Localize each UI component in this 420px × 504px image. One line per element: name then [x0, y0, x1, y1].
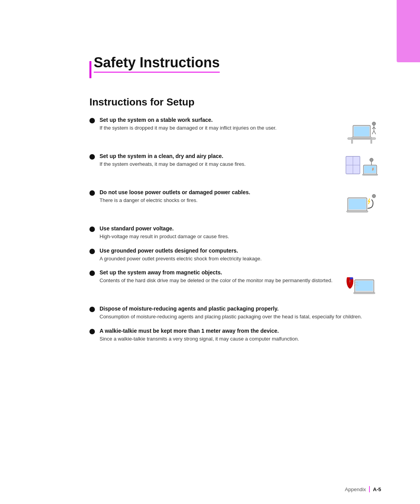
svg-rect-5: [352, 137, 371, 138]
footer-label: Appendix: [345, 486, 366, 492]
svg-rect-25: [356, 281, 373, 291]
svg-rect-16: [364, 166, 376, 173]
svg-point-18: [370, 158, 373, 162]
instruction-title: Do not use loose power outlets or damage…: [100, 189, 334, 195]
svg-rect-17: [362, 174, 378, 175]
list-item: Use grounded power outlets designed for …: [89, 248, 381, 263]
footer-page: A-5: [373, 486, 381, 492]
instruction-title: Set up the system away from magnetic obj…: [100, 269, 334, 276]
instructions-list: Set up the system on a stable work surfa…: [89, 117, 381, 342]
instruction-title: A walkie-talkie must be kept more than 1…: [100, 328, 381, 334]
instruction-content: A walkie-talkie must be kept more than 1…: [100, 328, 381, 343]
section-title: Instructions for Setup: [89, 96, 381, 108]
footer-separator: [369, 486, 370, 492]
instruction-body: Contents of the hard disk drive may be d…: [100, 277, 334, 284]
instruction-image-2: [342, 153, 381, 182]
instruction-content: Set up the system away from magnetic obj…: [100, 269, 381, 299]
instruction-body: A grounded power outlet prevents electri…: [100, 255, 381, 263]
instruction-body: Since a walkie-talkie transmits a very s…: [100, 335, 381, 343]
bullet-icon: [89, 270, 95, 276]
page-title: Safety Instructions: [94, 54, 220, 73]
instruction-image-6: [342, 269, 381, 299]
instruction-title: Dispose of moisture-reducing agents and …: [100, 306, 381, 312]
instruction-body: High-voltage may result in product damag…: [100, 233, 381, 241]
list-item: Dispose of moisture-reducing agents and …: [89, 306, 381, 321]
instruction-body: If the system is dropped it may be damag…: [100, 124, 334, 132]
svg-rect-27: [347, 277, 350, 279]
list-item: Set up the system away from magnetic obj…: [89, 269, 381, 299]
instruction-image-3: [342, 189, 381, 218]
svg-rect-1: [351, 139, 353, 144]
instruction-text: Set up the system in a clean, dry and ai…: [100, 153, 334, 168]
main-title-wrapper: Safety Instructions: [89, 54, 381, 84]
list-item: Set up the system in a clean, dry and ai…: [89, 153, 381, 182]
instruction-content: Set up the system on a stable work surfa…: [100, 117, 381, 146]
svg-rect-21: [349, 198, 366, 209]
bullet-icon: [89, 227, 95, 232]
svg-rect-26: [354, 292, 375, 294]
title-accent-bar: [89, 61, 91, 78]
list-item: Do not use loose power outlets or damage…: [89, 189, 381, 218]
svg-rect-2: [371, 139, 373, 144]
list-item: Use standard power voltage. High-voltage…: [89, 225, 381, 241]
instruction-title: Use standard power voltage.: [100, 225, 381, 232]
bullet-icon: [89, 329, 95, 334]
instruction-title: Use grounded power outlets designed for …: [100, 248, 381, 254]
instruction-content: Do not use loose power outlets or damage…: [100, 189, 381, 218]
svg-rect-22: [346, 211, 368, 212]
instruction-body: Consumption of moisture-reducing agents …: [100, 313, 381, 321]
instruction-content: Use grounded power outlets designed for …: [100, 248, 381, 263]
list-item: Set up the system on a stable work surfa…: [89, 117, 381, 146]
instruction-body: If the system overheats, it may be damag…: [100, 160, 334, 168]
page-tab: [397, 0, 420, 62]
bullet-icon: [89, 190, 95, 196]
bullet-icon: [89, 154, 95, 160]
svg-rect-4: [354, 126, 369, 136]
svg-line-10: [372, 130, 374, 134]
instruction-content: Use standard power voltage. High-voltage…: [100, 225, 381, 241]
instruction-text: Do not use loose power outlets or damage…: [100, 189, 334, 204]
bullet-icon: [89, 249, 95, 254]
bullet-icon: [89, 118, 95, 123]
svg-rect-28: [350, 277, 353, 279]
bullet-icon: [89, 307, 95, 312]
instruction-content: Set up the system in a clean, dry and ai…: [100, 153, 381, 182]
page-tab-notch: [385, 0, 397, 19]
content-area: Safety Instructions Instructions for Set…: [89, 54, 381, 473]
svg-point-23: [372, 194, 376, 198]
instruction-title: Set up the system in a clean, dry and ai…: [100, 153, 334, 159]
svg-line-11: [374, 130, 376, 134]
instruction-text: Set up the system away from magnetic obj…: [100, 269, 334, 284]
svg-point-6: [372, 122, 376, 125]
instruction-content: Dispose of moisture-reducing agents and …: [100, 306, 381, 321]
instruction-body: There is a danger of electric shocks or …: [100, 197, 334, 204]
instruction-title: Set up the system on a stable work surfa…: [100, 117, 334, 123]
list-item: A walkie-talkie must be kept more than 1…: [89, 328, 381, 343]
instruction-image-1: [342, 117, 381, 146]
instruction-text: Set up the system on a stable work surfa…: [100, 117, 334, 132]
footer: Appendix A-5: [345, 486, 381, 492]
